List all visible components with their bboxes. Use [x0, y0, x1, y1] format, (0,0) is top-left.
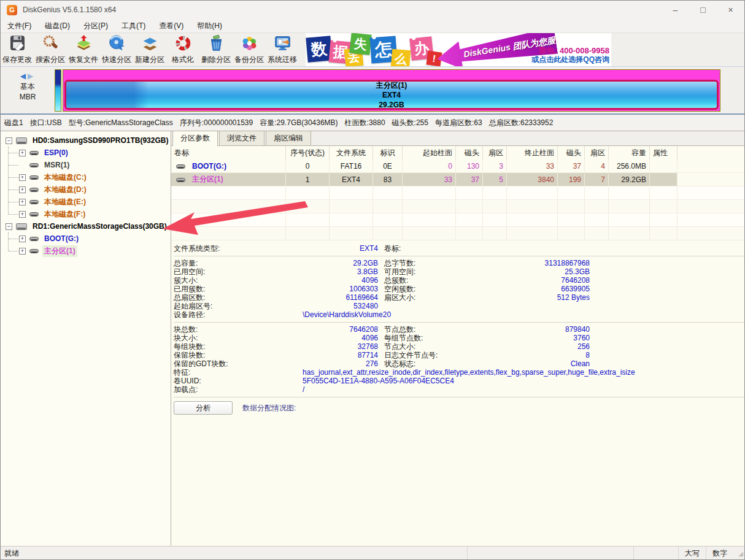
partition-block[interactable]: 主分区(1) EXT4 29.2GB: [64, 80, 719, 110]
collapse-icon[interactable]: −: [6, 223, 12, 230]
column-header-6[interactable]: 扇区: [483, 146, 507, 159]
banner-contact[interactable]: 致电: 400-008-9958 或点击此处选择QQ咨询: [531, 47, 609, 64]
menu-item-1[interactable]: 磁盘(D): [38, 19, 77, 33]
main-area: −HD0:SamsungSSD990PRO1TB(932GB)+ESP(0)MS…: [1, 131, 744, 546]
detail-row: 设备路径:\Device\HarddiskVolume20: [174, 310, 744, 319]
detail-label: 已用空间:: [174, 267, 303, 276]
details-section-0: 文件系统类型:EXT4卷标:: [174, 242, 744, 256]
tree-item-esp-0-[interactable]: +ESP(0): [1, 147, 171, 159]
expand-icon[interactable]: +: [19, 211, 26, 218]
promo-banner[interactable]: 数据丢失怎么办! DiskGenius 团队为您服务 致电: 400-008-9…: [306, 33, 611, 66]
row-filler: [677, 200, 744, 213]
toolbar-format[interactable]: 格式化: [166, 33, 199, 66]
disk-info-item-5: 柱面数:3880: [345, 118, 385, 128]
menu-bar: 文件(F)磁盘(D)分区(P)工具(T)查看(V)帮助(H): [1, 19, 744, 33]
prev-disk-arrow-icon[interactable]: ◀: [20, 72, 28, 80]
menu-item-5[interactable]: 帮助(H): [190, 19, 229, 33]
column-header-10[interactable]: 容量: [609, 146, 650, 159]
column-header-4[interactable]: 起始柱面: [403, 146, 456, 159]
toolbar-delete-partition[interactable]: 删除分区: [199, 33, 233, 66]
maximize-button[interactable]: □: [689, 1, 717, 19]
analyze-button[interactable]: 分析: [174, 401, 233, 415]
menu-item-4[interactable]: 查看(V): [152, 19, 190, 33]
filesystem-details: 文件系统类型:EXT4卷标:总容量:29.2GB总字节数:31318867968…: [171, 240, 744, 397]
tree-item--f-[interactable]: +本地磁盘(F:): [1, 208, 171, 220]
toolbar-label: 备份分区: [234, 55, 264, 65]
expand-icon[interactable]: +: [19, 174, 26, 181]
column-header-0[interactable]: 卷标: [171, 146, 286, 159]
tree-item--e-[interactable]: +本地磁盘(E:): [1, 196, 171, 208]
tree-item-boot-g-[interactable]: +BOOT(G:): [1, 232, 171, 245]
toolbar-recover-files[interactable]: 恢复文件: [67, 33, 100, 66]
toolbar-backup-partition[interactable]: 备份分区: [233, 33, 266, 66]
expand-icon[interactable]: +: [19, 186, 26, 193]
banner-qq-link[interactable]: 或点击此处选择QQ咨询: [531, 55, 609, 64]
partition-icon: [29, 186, 39, 193]
expand-icon[interactable]: +: [19, 199, 26, 205]
cell-3: 83: [373, 173, 403, 186]
tab-1[interactable]: 浏览文件: [219, 131, 264, 145]
tree-item--c-[interactable]: +本地磁盘(C:): [1, 171, 171, 183]
disk-mini-strip[interactable]: [55, 69, 61, 112]
menu-item-2[interactable]: 分区(P): [77, 19, 115, 33]
cell-volume: BOOT(G:): [171, 159, 286, 172]
tree-item--1-[interactable]: +主分区(1): [1, 245, 171, 257]
menu-item-0[interactable]: 文件(F): [1, 19, 38, 33]
tree-item-label: 本地磁盘(F:): [42, 209, 87, 220]
partition-icon: [29, 211, 39, 217]
right-panel: 分区参数浏览文件扇区编辑 卷标序号(状态)文件系统标识起始柱面磁头扇区终止柱面磁…: [171, 131, 744, 546]
tree-item--d-[interactable]: +本地磁盘(D:): [1, 183, 171, 196]
detail-value: 32768: [303, 342, 378, 351]
delete-partition-icon: [207, 34, 225, 54]
partition-parameters-pane: 卷标序号(状态)文件系统标识起始柱面磁头扇区终止柱面磁头扇区容量属性BOOT(G…: [171, 146, 744, 546]
disk-info-item-7: 每道扇区数:63: [435, 118, 482, 128]
table-row-1[interactable]: 主分区(1)1EXT483333753840199729.2GB: [171, 173, 744, 186]
close-button[interactable]: ×: [717, 1, 744, 19]
row-filler: [677, 186, 744, 199]
column-header-9[interactable]: 扇区: [585, 146, 609, 159]
column-header-7[interactable]: 终止柱面: [507, 146, 558, 159]
tree-item-hd0-samsungssd990pro1tb-932gb-[interactable]: −HD0:SamsungSSD990PRO1TB(932GB): [1, 134, 171, 147]
table-row-0[interactable]: BOOT(G:)0FAT160E0130333374256.0MB: [171, 159, 744, 173]
table-empty-row: [171, 186, 744, 200]
collapse-icon[interactable]: −: [6, 137, 12, 144]
disk-free-area[interactable]: 主分区(1) EXT4 29.2GB: [63, 69, 720, 112]
empty-cell: [286, 186, 330, 199]
detail-label: 块大小:: [174, 334, 303, 342]
resize-grip[interactable]: ◢: [733, 550, 744, 557]
minimize-button[interactable]: –: [662, 1, 689, 19]
empty-cell: [650, 213, 677, 226]
tab-0-active[interactable]: 分区参数: [172, 131, 218, 146]
menu-item-3[interactable]: 工具(T): [115, 19, 152, 33]
tab-2[interactable]: 扇区编辑: [266, 131, 311, 145]
empty-cell: [403, 200, 456, 213]
empty-cell: [609, 227, 650, 240]
column-header-11[interactable]: 属性: [650, 146, 677, 159]
expand-icon[interactable]: +: [19, 236, 26, 242]
toolbar-quick-partition[interactable]: 快速分区: [100, 33, 133, 66]
column-header-2[interactable]: 文件系统: [330, 146, 373, 159]
toolbar-search-partition[interactable]: 搜索分区: [34, 33, 67, 66]
detail-label: 总字节数:: [384, 259, 472, 267]
toolbar-save[interactable]: 保存更改: [1, 33, 34, 66]
tree-item-msr-1-[interactable]: MSR(1): [1, 159, 171, 171]
expand-icon[interactable]: +: [19, 150, 26, 156]
expand-icon[interactable]: +: [19, 248, 26, 255]
empty-cell: [483, 227, 507, 240]
tree-item-rd1-genericmassstorageclass-30gb-[interactable]: −RD1:GenericMassStorageClass(30GB): [1, 220, 171, 232]
column-header-1[interactable]: 序号(状态): [286, 146, 330, 159]
column-header-3[interactable]: 标识: [373, 146, 403, 159]
toolbar-system-migrate[interactable]: 系统迁移: [266, 33, 299, 66]
column-header-5[interactable]: 磁头: [456, 146, 483, 159]
toolbar-new-partition[interactable]: 新建分区: [133, 33, 166, 66]
detail-value: 512 Bytes: [472, 293, 590, 302]
column-header-8[interactable]: 磁头: [558, 146, 585, 159]
titlebar: G DiskGenius V5.6.1.1580 x64 – □ ×: [1, 1, 744, 19]
cell-8: 37: [558, 159, 585, 172]
next-disk-arrow-icon[interactable]: ▶: [28, 72, 35, 80]
partition-size: 29.2GB: [379, 100, 404, 110]
tree-item-label: HD0:SamsungSSD990PRO1TB(932GB): [31, 136, 170, 145]
partition-icon: [29, 174, 39, 180]
detail-row: 块总数:7646208节点总数:879840: [174, 325, 744, 334]
empty-cell: [609, 213, 650, 226]
